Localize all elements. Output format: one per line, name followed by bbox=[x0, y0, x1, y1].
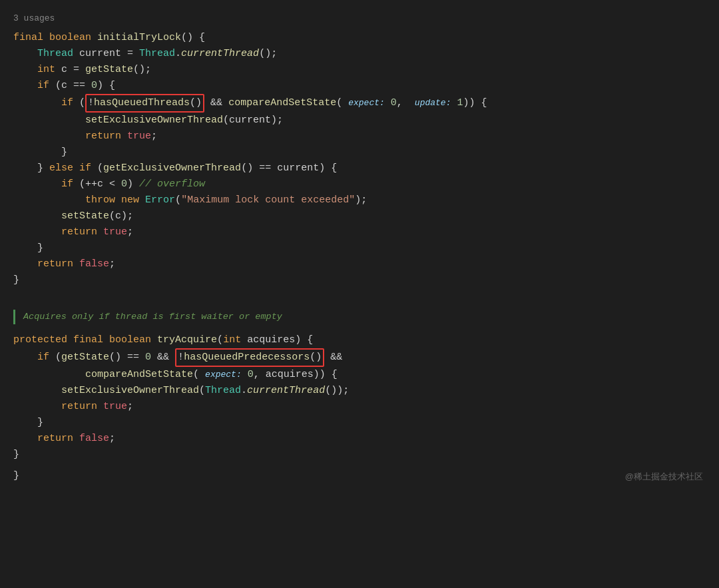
line-if-c: if (c == 0) { bbox=[13, 78, 719, 94]
line-close-brace-3: } bbox=[13, 415, 719, 431]
line-setexclusive-1: setExclusiveOwnerThread(current); bbox=[13, 113, 719, 129]
line-close-outer: } bbox=[13, 468, 719, 484]
line-throw: throw new Error("Maximum lock count exce… bbox=[13, 192, 719, 208]
line-if-plusplus: if (++c < 0) // overflow bbox=[13, 176, 719, 192]
line-method-sig: final boolean initialTryLock() { bbox=[13, 30, 719, 46]
line-setexclusive-2: setExclusiveOwnerThread(Thread.currentTh… bbox=[13, 383, 719, 399]
line-close-method-2: } bbox=[13, 447, 719, 463]
watermark-text: @稀土掘金技术社区 bbox=[625, 470, 703, 484]
separator bbox=[0, 288, 719, 304]
line-if-getstate: if (getState() == 0 && !hasQueuedPredece… bbox=[13, 348, 719, 367]
line-return-true-3: return true; bbox=[13, 399, 719, 415]
line-compareandset: compareAndSetState( expect: 0, acquires)… bbox=[13, 367, 719, 383]
doc-comment: Acquires only if thread is first waiter … bbox=[0, 310, 719, 324]
red-box-hasQueuedThreads: !hasQueuedThreads() bbox=[85, 94, 204, 113]
line-thread: Thread current = Thread.currentThread(); bbox=[13, 46, 719, 62]
doc-comment-text: Acquires only if thread is first waiter … bbox=[23, 310, 282, 324]
line-return-true-2: return true; bbox=[13, 224, 719, 240]
first-method-block: final boolean initialTryLock() { Thread … bbox=[0, 30, 719, 288]
line-return-false-2: return false; bbox=[13, 431, 719, 447]
line-return-true-1: return true; bbox=[13, 129, 719, 145]
line-close-method-1: } bbox=[13, 272, 719, 288]
second-method-block: protected final boolean tryAcquire(int a… bbox=[0, 332, 719, 484]
line-method-sig-2: protected final boolean tryAcquire(int a… bbox=[13, 332, 719, 348]
usages-label: 3 usages bbox=[0, 8, 719, 30]
line-close-brace-1: } bbox=[13, 145, 719, 160]
line-setstate: setState(c); bbox=[13, 208, 719, 224]
line-close-brace-2: } bbox=[13, 240, 719, 256]
code-container: 3 usages final boolean initialTryLock() … bbox=[0, 0, 719, 492]
line-return-false-1: return false; bbox=[13, 256, 719, 272]
line-if-hasqueued: if (!hasQueuedThreads() && compareAndSet… bbox=[13, 94, 719, 113]
separator-3 bbox=[13, 463, 719, 468]
red-box-hasQueuedPredecessors: !hasQueuedPredecessors() bbox=[175, 348, 324, 367]
doc-bar bbox=[13, 310, 15, 324]
line-int-c: int c = getState(); bbox=[13, 62, 719, 78]
line-else-if: } else if (getExclusiveOwnerThread() == … bbox=[13, 160, 719, 176]
